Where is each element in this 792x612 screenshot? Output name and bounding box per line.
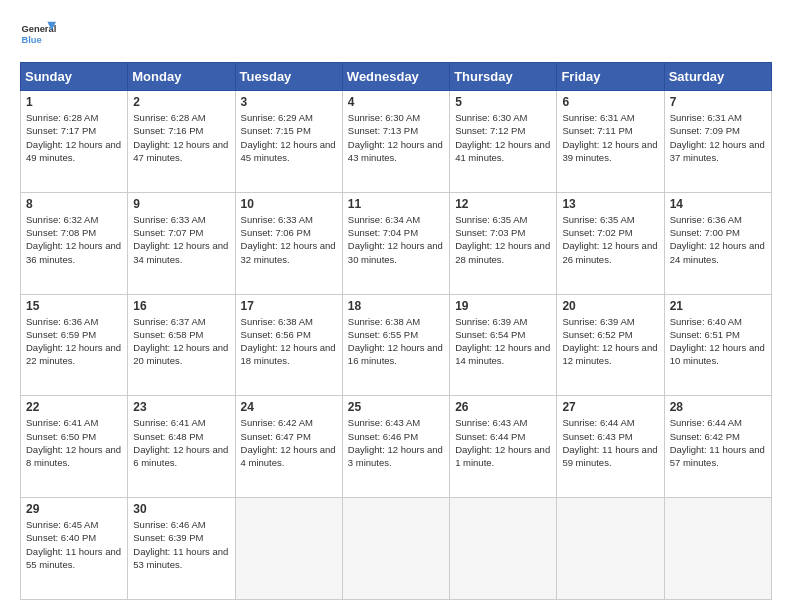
table-row: 21Sunrise: 6:40 AMSunset: 6:51 PMDayligh… [664, 294, 771, 396]
col-monday: Monday [128, 63, 235, 91]
table-row [235, 498, 342, 600]
table-row: 27Sunrise: 6:44 AMSunset: 6:43 PMDayligh… [557, 396, 664, 498]
table-row [450, 498, 557, 600]
table-row: 12Sunrise: 6:35 AMSunset: 7:03 PMDayligh… [450, 192, 557, 294]
table-row: 14Sunrise: 6:36 AMSunset: 7:00 PMDayligh… [664, 192, 771, 294]
page: General Blue Sunday Monday Tuesday Wedne… [0, 0, 792, 612]
table-row: 9Sunrise: 6:33 AMSunset: 7:07 PMDaylight… [128, 192, 235, 294]
table-row: 20Sunrise: 6:39 AMSunset: 6:52 PMDayligh… [557, 294, 664, 396]
table-row: 26Sunrise: 6:43 AMSunset: 6:44 PMDayligh… [450, 396, 557, 498]
table-row: 8Sunrise: 6:32 AMSunset: 7:08 PMDaylight… [21, 192, 128, 294]
svg-text:Blue: Blue [21, 35, 41, 45]
table-row: 11Sunrise: 6:34 AMSunset: 7:04 PMDayligh… [342, 192, 449, 294]
table-row: 1Sunrise: 6:28 AMSunset: 7:17 PMDaylight… [21, 91, 128, 193]
table-row: 10Sunrise: 6:33 AMSunset: 7:06 PMDayligh… [235, 192, 342, 294]
table-row: 24Sunrise: 6:42 AMSunset: 6:47 PMDayligh… [235, 396, 342, 498]
col-friday: Friday [557, 63, 664, 91]
table-row: 28Sunrise: 6:44 AMSunset: 6:42 PMDayligh… [664, 396, 771, 498]
col-saturday: Saturday [664, 63, 771, 91]
table-row: 18Sunrise: 6:38 AMSunset: 6:55 PMDayligh… [342, 294, 449, 396]
table-row: 16Sunrise: 6:37 AMSunset: 6:58 PMDayligh… [128, 294, 235, 396]
table-row: 15Sunrise: 6:36 AMSunset: 6:59 PMDayligh… [21, 294, 128, 396]
col-wednesday: Wednesday [342, 63, 449, 91]
table-row: 2Sunrise: 6:28 AMSunset: 7:16 PMDaylight… [128, 91, 235, 193]
table-row: 23Sunrise: 6:41 AMSunset: 6:48 PMDayligh… [128, 396, 235, 498]
table-row: 22Sunrise: 6:41 AMSunset: 6:50 PMDayligh… [21, 396, 128, 498]
table-row: 4Sunrise: 6:30 AMSunset: 7:13 PMDaylight… [342, 91, 449, 193]
table-row: 3Sunrise: 6:29 AMSunset: 7:15 PMDaylight… [235, 91, 342, 193]
col-tuesday: Tuesday [235, 63, 342, 91]
table-row: 25Sunrise: 6:43 AMSunset: 6:46 PMDayligh… [342, 396, 449, 498]
table-row: 17Sunrise: 6:38 AMSunset: 6:56 PMDayligh… [235, 294, 342, 396]
table-row: 19Sunrise: 6:39 AMSunset: 6:54 PMDayligh… [450, 294, 557, 396]
table-row: 29Sunrise: 6:45 AMSunset: 6:40 PMDayligh… [21, 498, 128, 600]
calendar-header-row: Sunday Monday Tuesday Wednesday Thursday… [21, 63, 772, 91]
table-row: 30Sunrise: 6:46 AMSunset: 6:39 PMDayligh… [128, 498, 235, 600]
table-row: 13Sunrise: 6:35 AMSunset: 7:02 PMDayligh… [557, 192, 664, 294]
table-row: 6Sunrise: 6:31 AMSunset: 7:11 PMDaylight… [557, 91, 664, 193]
generalblue-logo-icon: General Blue [20, 16, 56, 52]
logo: General Blue [20, 16, 56, 52]
table-row: 7Sunrise: 6:31 AMSunset: 7:09 PMDaylight… [664, 91, 771, 193]
calendar-table: Sunday Monday Tuesday Wednesday Thursday… [20, 62, 772, 600]
col-thursday: Thursday [450, 63, 557, 91]
table-row: 5Sunrise: 6:30 AMSunset: 7:12 PMDaylight… [450, 91, 557, 193]
header: General Blue [20, 16, 772, 52]
col-sunday: Sunday [21, 63, 128, 91]
table-row [557, 498, 664, 600]
table-row [664, 498, 771, 600]
table-row [342, 498, 449, 600]
